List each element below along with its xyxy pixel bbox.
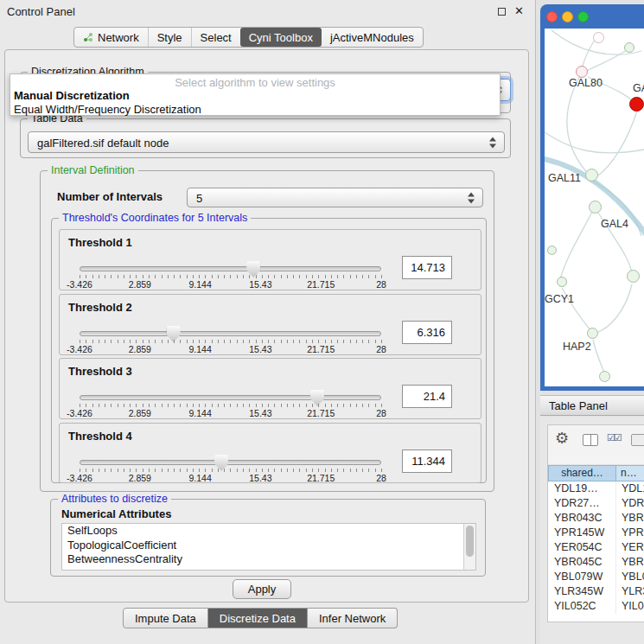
table-row[interactable]: YDL19…YDL1: [548, 481, 644, 496]
network-node[interactable]: [624, 42, 634, 53]
list-scrollbar[interactable]: [463, 524, 475, 570]
network-tab-icon: [83, 32, 93, 42]
threshold-label: Threshold 3: [68, 365, 132, 378]
table-header-row: shared… n…: [548, 465, 644, 481]
threshold-value-field[interactable]: 14.713: [402, 256, 452, 279]
cell-name: YBR0: [616, 511, 644, 526]
attributes-group: Attributes to discretize Numerical Attri…: [50, 499, 486, 577]
scale-label: 2.859: [129, 473, 151, 483]
column-header-name[interactable]: n…: [616, 465, 644, 481]
network-canvas[interactable]: GAL80 GA GAL11 GAL4 GCY1 HAP2: [545, 29, 644, 386]
tab-discretize-data[interactable]: Discretize Data: [208, 608, 308, 628]
table-row[interactable]: YBR043CYBR0: [548, 511, 644, 526]
network-node[interactable]: [593, 32, 604, 43]
cell-shared-name: YBL079W: [548, 570, 616, 584]
table-row[interactable]: YBR045CYBR0: [548, 555, 644, 570]
scale-label: -3.426: [67, 473, 92, 483]
close-icon[interactable]: ✕: [514, 4, 524, 17]
tab-network[interactable]: Network: [74, 28, 148, 47]
selected-table: galFiltered.sif default node: [37, 136, 169, 149]
tab-style[interactable]: Style: [148, 28, 191, 47]
threshold-label: Threshold 4: [68, 430, 132, 443]
network-node-gcy1[interactable]: [557, 277, 567, 287]
threshold-slider[interactable]: [80, 460, 381, 465]
list-item[interactable]: SelfLoops: [62, 524, 475, 539]
table-row[interactable]: YER054CYER0: [548, 540, 644, 555]
threshold-value-field[interactable]: 11.344: [402, 450, 452, 473]
threshold-slider[interactable]: [80, 266, 381, 271]
table-panel-header: Table Panel: [540, 395, 644, 416]
scale-label: 9.144: [188, 344, 211, 354]
cell-shared-name: YER054C: [548, 540, 616, 555]
network-node-selected[interactable]: [629, 97, 644, 112]
dropdown-option-equal-width[interactable]: Equal Width/Frequency Discretization: [10, 103, 500, 117]
apply-button[interactable]: Apply: [233, 579, 291, 599]
clipped-toolbar-icon[interactable]: [631, 434, 644, 446]
scale-label: 9.144: [188, 408, 211, 418]
cyni-panel-body: Discretization Algorithm Select algorith…: [4, 49, 529, 603]
combo-arrows-icon: [489, 137, 497, 148]
zoom-traffic-light[interactable]: [577, 11, 589, 22]
float-window-icon[interactable]: [498, 8, 506, 16]
network-node[interactable]: [599, 371, 610, 382]
tab-select[interactable]: Select: [191, 28, 240, 47]
threshold-slider[interactable]: [80, 331, 381, 336]
table-row[interactable]: YBL079WYBL0: [548, 570, 644, 584]
num-intervals-label: Number of Intervals: [57, 190, 163, 203]
threshold-value-field[interactable]: 6.316: [402, 321, 452, 344]
scale-label: 28: [376, 279, 386, 290]
table-row[interactable]: YPR145WYPR1: [548, 526, 644, 540]
minimize-traffic-light[interactable]: [562, 11, 573, 22]
tab-impute-data[interactable]: Impute Data: [123, 608, 208, 628]
group-title: Threshold's Coordinates for 5 Intervals: [59, 212, 251, 224]
node-label: GAL80: [569, 77, 603, 89]
group-title: Attributes to discretize: [58, 493, 171, 505]
slider-scale: -3.426 2.859 9.144 15.43 21.715 28: [80, 408, 381, 418]
num-intervals-value: 5: [196, 191, 202, 204]
num-intervals-select[interactable]: 5: [187, 188, 483, 207]
network-node-gal80[interactable]: [576, 66, 588, 78]
threshold-slider[interactable]: [80, 395, 381, 400]
network-node-gal4[interactable]: [589, 201, 602, 214]
threshold-panel: Threshold 1 -3.426 2.859 9.144 15.43 21.…: [59, 229, 481, 290]
screen: Control Panel ✕ Network Style Select Cyn…: [0, 0, 644, 644]
threshold-panel: Threshold 4 -3.426 2.859 9.144 15.43 21.…: [59, 423, 481, 483]
tab-jactivemnodules[interactable]: jActiveMNodules: [322, 28, 423, 47]
control-panel-window: Control Panel ✕ Network Style Select Cyn…: [0, 0, 536, 644]
network-node[interactable]: [547, 245, 557, 255]
network-node-hap2[interactable]: [587, 328, 598, 339]
select-columns-icon[interactable]: ☑☑: [607, 432, 621, 443]
network-node-gal11[interactable]: [585, 169, 598, 182]
dropdown-placeholder-item[interactable]: Select algorithm to view settings: [10, 76, 500, 89]
node-label: GAL11: [548, 172, 581, 184]
combo-arrows-icon: [468, 192, 475, 203]
cell-shared-name: YDR27…: [548, 496, 616, 511]
scale-label: 2.859: [129, 344, 151, 354]
dropdown-option-manual[interactable]: Manual Discretization: [10, 89, 500, 103]
interval-definition-group: Interval Definition Number of Intervals …: [40, 170, 494, 492]
tab-cyni-toolbox[interactable]: Cyni Toolbox: [240, 28, 322, 47]
network-node[interactable]: [627, 270, 640, 283]
tab-label: Select: [201, 31, 232, 44]
table-row[interactable]: YLR345WYLR3: [548, 584, 644, 599]
table-data-select[interactable]: galFiltered.sif default node: [28, 131, 505, 153]
cell-name: YDR2: [616, 496, 644, 511]
node-label: GCY1: [545, 293, 574, 305]
scale-label: 9.144: [188, 279, 211, 290]
node-table: ⚙ ☑☑ shared… n… YDL19…YDL1 YDR27…YDR2 YB…: [547, 424, 644, 622]
list-item[interactable]: BetweennessCentrality: [62, 552, 475, 567]
slider-scale: -3.426 2.859 9.144 15.43 21.715 28: [80, 344, 381, 354]
table-row[interactable]: YDR27…YDR2: [548, 496, 644, 511]
close-traffic-light[interactable]: [546, 11, 558, 22]
table-data-group: Table Data galFiltered.sif default node: [20, 118, 511, 158]
threshold-value-field[interactable]: 21.4: [402, 385, 452, 408]
scale-label: 21.715: [307, 279, 335, 290]
columns-icon[interactable]: [583, 434, 598, 446]
node-label: GA: [633, 82, 644, 94]
list-item[interactable]: TopologicalCoefficient: [62, 539, 475, 553]
table-row[interactable]: YIL052CYIL0: [548, 599, 644, 614]
scrollbar-thumb[interactable]: [466, 526, 474, 557]
column-header-shared-name[interactable]: shared…: [548, 465, 616, 481]
gear-icon[interactable]: ⚙: [555, 429, 569, 448]
tab-infer-network[interactable]: Infer Network: [308, 608, 398, 628]
